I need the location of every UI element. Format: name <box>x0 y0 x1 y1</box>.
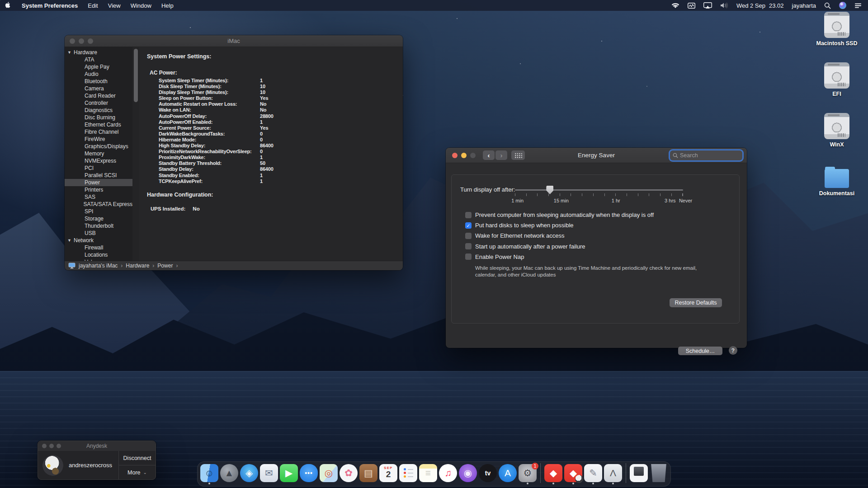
dock-icon-app-store[interactable]: A <box>499 463 517 485</box>
menu-help[interactable]: Help <box>156 0 179 11</box>
breadcrumb-item[interactable]: Hardware <box>126 263 157 269</box>
sidebar-item-sata-sata-express[interactable]: SATA/SATA Express <box>65 201 132 208</box>
disclosure-triangle-icon[interactable]: ▼ <box>67 49 72 56</box>
sidebar-item-pci[interactable]: PCI <box>65 164 132 172</box>
apple-menu[interactable] <box>0 0 17 11</box>
checkbox[interactable]: ✓ <box>465 222 472 229</box>
dock-icon-divider-left[interactable] <box>538 463 542 485</box>
dock-icon-notes[interactable]: ≡ <box>419 463 437 485</box>
sidebar-item-thunderbolt[interactable]: Thunderbolt <box>65 222 132 230</box>
sidebar-item-ethernet-cards[interactable]: Ethernet Cards <box>65 121 132 128</box>
dock-icon-calendar[interactable]: SEP 2 <box>379 463 397 485</box>
dock-icon-divider-right[interactable] <box>624 463 628 485</box>
checkbox[interactable] <box>465 253 472 260</box>
sidebar-item-power[interactable]: Power <box>65 179 132 186</box>
sidebar-item-firewall[interactable]: Firewall <box>65 244 132 251</box>
stats-menu[interactable] <box>684 0 699 11</box>
sidebar-item-disc-burning[interactable]: Disc Burning <box>65 114 132 121</box>
sidebar-item-bluetooth[interactable]: Bluetooth <box>65 78 132 85</box>
dock-icon-podcasts[interactable]: ◉ <box>459 463 477 485</box>
desktop-icon-dokumentasi[interactable]: Dokumentasi <box>812 164 862 214</box>
sidebar-item-printers[interactable]: Printers <box>65 186 132 193</box>
dock-icon-document[interactable] <box>630 463 648 485</box>
spotlight-menu[interactable] <box>820 0 835 11</box>
sidebar-item-usb[interactable]: USB <box>65 230 132 237</box>
show-all-button[interactable] <box>511 150 525 160</box>
menu-view[interactable]: View <box>103 0 126 11</box>
sidebar-item-ata[interactable]: ATA <box>65 56 132 63</box>
display-off-slider[interactable]: 1 min 15 min 1 hr 3 hrs Never <box>515 181 683 205</box>
dock-icon-anydesk[interactable]: ◆ <box>544 463 562 485</box>
checkbox-row-start-up-automatically-after-a-power-failure[interactable]: Start up automatically after a power fai… <box>465 241 654 252</box>
dock-icon-trash[interactable] <box>650 463 668 485</box>
disclosure-triangle-icon[interactable]: ▼ <box>67 237 72 244</box>
dock-icon-facetime[interactable]: ▶ <box>280 463 298 485</box>
breadcrumb-item[interactable]: jayaharta's iMac <box>79 263 126 269</box>
dock-icon-contacts[interactable]: ▤ <box>359 463 377 485</box>
checkbox-row-put-hard-disks-to-sleep-when-possible[interactable]: ✓ Put hard disks to sleep when possible <box>465 220 654 230</box>
back-button[interactable]: ‹ <box>483 150 495 160</box>
sidebar-item-network[interactable]: ▼ Network <box>65 237 132 244</box>
sidebar-item-apple-pay[interactable]: Apple Pay <box>65 63 132 70</box>
sidebar-item-spi[interactable]: SPI <box>65 208 132 215</box>
dock-icon-mail[interactable]: ✉ <box>260 463 278 485</box>
sidebar-item-locations[interactable]: Locations <box>65 251 132 258</box>
sidebar-item-firewire[interactable]: FireWire <box>65 136 132 143</box>
desktop-icon-efi[interactable]: EFI <box>812 62 862 113</box>
sidebar-item-hardware[interactable]: ▼ Hardware <box>65 49 132 56</box>
search-input[interactable] <box>680 152 734 159</box>
wifi-menu[interactable] <box>667 0 684 11</box>
sidebar-item-parallel-scsi[interactable]: Parallel SCSI <box>65 172 132 179</box>
search-field[interactable] <box>670 150 742 160</box>
dock-icon-document-editor[interactable]: ✎ <box>584 463 602 485</box>
sidebar-item-nvmexpress[interactable]: NVMExpress <box>65 157 132 164</box>
desktop-icon-macintosh-ssd[interactable]: Macintosh SSD <box>812 12 862 62</box>
screen-mirroring-menu[interactable] <box>699 0 716 11</box>
dock-icon-apple-tv[interactable]: tv <box>479 463 497 485</box>
checkbox[interactable] <box>465 243 472 249</box>
checkbox-row-wake-for-ethernet-network-access[interactable]: Wake for Ethernet network access <box>465 230 654 241</box>
sidebar-item-camera[interactable]: Camera <box>65 85 132 92</box>
dock-icon-system-preferences[interactable]: ⚙ 1 <box>519 463 537 485</box>
checkbox[interactable] <box>465 212 472 218</box>
volume-menu[interactable] <box>716 0 732 11</box>
checkbox-row-prevent-computer-from-sleeping-automatically-when-the-display-is-off[interactable]: Prevent computer from sleeping automatic… <box>465 210 654 220</box>
sidebar-item-storage[interactable]: Storage <box>65 215 132 222</box>
scrollbar-thumb[interactable] <box>134 49 138 102</box>
dock-icon-reminders[interactable] <box>399 463 417 485</box>
sidebar-item-graphics-displays[interactable]: Graphics/Displays <box>65 143 132 150</box>
dock-icon-photos[interactable]: ✿ <box>340 463 358 485</box>
sidebar-item-sas[interactable]: SAS <box>65 193 132 201</box>
forward-button[interactable]: › <box>495 150 507 160</box>
desktop-icon-winx[interactable]: WinX <box>812 113 862 164</box>
dock-icon-maps[interactable]: ◎ <box>320 463 338 485</box>
checkbox-row-enable-power-nap[interactable]: Enable Power Nap <box>465 252 654 262</box>
user-menu[interactable]: jayaharta <box>788 0 820 11</box>
slider-track[interactable] <box>515 189 683 191</box>
disconnect-button[interactable]: Disconnect <box>119 451 156 465</box>
sidebar-item-diagnostics[interactable]: Diagnostics <box>65 107 132 114</box>
active-app-menu[interactable]: System Preferences <box>17 0 83 11</box>
dock-icon-messages[interactable]: ••• <box>300 463 318 485</box>
notification-center-menu[interactable] <box>850 0 868 11</box>
menu-window[interactable]: Window <box>126 0 156 11</box>
help-button[interactable]: ? <box>729 346 737 355</box>
dock-icon-finder[interactable]: ☺ <box>200 463 218 485</box>
schedule-button[interactable]: Schedule… <box>678 347 722 355</box>
dock-icon-boot-camp-assistant[interactable]: Λ <box>604 463 622 485</box>
clock-menu[interactable]: Wed 2 Sep 23.02 <box>732 0 788 11</box>
restore-defaults-button[interactable]: Restore Defaults <box>670 298 722 307</box>
menu-edit[interactable]: Edit <box>83 0 103 11</box>
dock-icon-music[interactable]: ♫ <box>439 463 457 485</box>
sidebar-item-controller[interactable]: Controller <box>65 99 132 107</box>
checkbox[interactable] <box>465 233 472 239</box>
dock-icon-launchpad[interactable]: ▲ <box>220 463 238 485</box>
close-button[interactable] <box>452 153 458 158</box>
sidebar-item-memory[interactable]: Memory <box>65 150 132 157</box>
zoom-button[interactable] <box>470 153 476 158</box>
anydesk-titlebar[interactable]: Anydesk <box>38 441 156 451</box>
sidebar-item-fibre-channel[interactable]: Fibre Channel <box>65 128 132 136</box>
dock-icon-anydesk-session[interactable]: ◆ <box>564 463 582 485</box>
sidebar-scrollbar[interactable] <box>132 47 139 261</box>
energy-saver-titlebar[interactable]: ‹ › Energy Saver <box>446 148 747 163</box>
